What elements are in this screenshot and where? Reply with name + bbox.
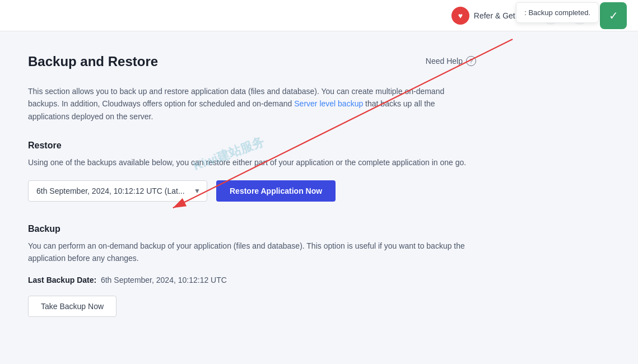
restore-description: Using one of the backups available below… (28, 156, 476, 169)
page-title: Backup and Restore (28, 54, 158, 69)
help-circle-icon: ? (466, 56, 476, 66)
server-level-backup-link[interactable]: Server level backup (294, 99, 363, 108)
backup-description: You can perform an on-demand backup of y… (28, 240, 476, 265)
need-help-button[interactable]: Need Help ? (426, 56, 476, 66)
restore-row: 6th September, 2024, 10:12:12 UTC (Lat..… (28, 180, 476, 202)
check-icon: ✓ (609, 9, 618, 22)
backup-title: Backup (28, 224, 476, 234)
need-help-label: Need Help (426, 57, 463, 66)
page-description: This section allows you to back up and r… (28, 85, 476, 123)
topbar: ♥ Refer & Get $50 🤖 5 📢 ✓ : Backup compl… (0, 0, 638, 31)
backup-section: Backup You can perform an on-demand back… (28, 224, 476, 318)
main-content: Backup and Restore Need Help ? This sect… (0, 31, 504, 339)
restore-application-button[interactable]: Restore Application Now (216, 180, 336, 202)
last-backup-info: Last Backup Date: 6th September, 2024, 1… (28, 276, 476, 284)
backup-select[interactable]: 6th September, 2024, 10:12:12 UTC (Lat..… (28, 180, 207, 202)
heart-icon: ♥ (451, 7, 469, 25)
last-backup-label: Last Backup Date: (28, 276, 96, 284)
take-backup-button[interactable]: Take Backup Now (28, 296, 117, 317)
restore-section: Restore Using one of the backups availab… (28, 141, 476, 201)
backup-select-wrap: 6th September, 2024, 10:12:12 UTC (Lat..… (28, 180, 207, 202)
green-check-button[interactable]: ✓ (600, 2, 627, 29)
toast-text: : Backup completed. (524, 8, 590, 17)
last-backup-value: 6th September, 2024, 10:12:12 UTC (101, 276, 227, 284)
toast-notification: : Backup completed. (516, 2, 599, 23)
restore-title: Restore (28, 141, 476, 151)
